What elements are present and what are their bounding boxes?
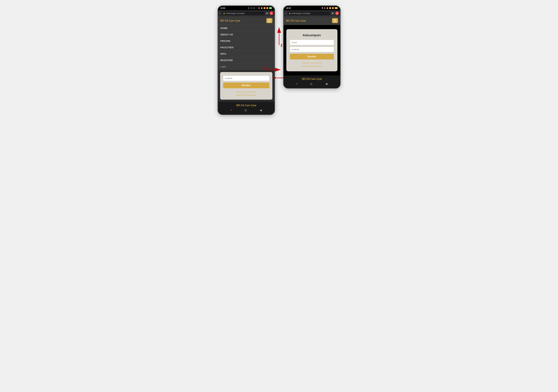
login-submit-btn-right[interactable]: Είσοδος xyxy=(290,54,334,60)
footer-logo-right: MS Fit Care Gym xyxy=(302,77,322,80)
status-icons-left: 🐦 🎮 ⊙ ··· 🔇 ⏰ 📶 📶 33 xyxy=(248,7,272,9)
black-bg-area: Καλωσόρισε Είσοδος Ξεχάσατε τον κωδικό σ… xyxy=(284,25,340,76)
status-icons-right: ✱ 🔕 ⏰ 📶 📶 70 xyxy=(322,7,338,9)
forgot-password-link-left[interactable]: Ξεχάσατε τον κωδικό σας; xyxy=(223,90,269,93)
login-links-right: Ξεχάσατε τον κωδικό σας; Δημιουργία Λογα… xyxy=(290,61,334,68)
new-tab-btn-right[interactable]: + xyxy=(335,11,339,15)
svg-text:3: 3 xyxy=(263,66,265,70)
app-logo-left: MS Fit Care Gym xyxy=(220,19,240,22)
square-btn-left[interactable]: ▪ xyxy=(231,109,232,112)
nav-home[interactable]: HOME xyxy=(218,25,275,32)
nav-buttons-right: ▪ ◎ ◀ xyxy=(286,82,338,85)
email-input-right[interactable] xyxy=(290,40,334,45)
time-left: 13:04 xyxy=(220,7,225,9)
time-right: 18:53 xyxy=(286,7,291,9)
browser-bar-right: ⌂ 🔒 msfitcaregym.com/login/ 4 + xyxy=(284,10,340,16)
app-logo-right: MS Fit Care Gym xyxy=(286,19,306,22)
back-btn-right[interactable]: ◀ xyxy=(325,82,327,85)
nav-pricing[interactable]: PRICING xyxy=(218,38,275,44)
phone-right: 18:53 ✱ 🔕 ⏰ 📶 📶 70 ⌂ 🔒 msfitcaregym.com/… xyxy=(283,6,340,89)
login-card-inner: Είσοδος Ξεχάσατε τον κωδικό σας; Δημιουρ… xyxy=(220,72,272,100)
new-tab-btn-left[interactable]: + xyxy=(270,11,273,15)
phone-screen-right: MS Fit Care Gym Καλωσόρισε xyxy=(284,16,340,76)
browser-bar-left: ⌂ 🔒 msfitcaregym.com/login/ 2 + xyxy=(218,10,275,16)
home-icon-left[interactable]: ⌂ xyxy=(219,12,221,15)
url-bar-right[interactable]: 🔒 msfitcaregym.com/login/ xyxy=(288,12,330,15)
nav-buttons-left: ▪ ◎ ◀ xyxy=(220,109,272,112)
footer-logo-left: MS Fit Care Gym xyxy=(236,104,256,107)
url-text-left: msfitcaregym.com/login/ xyxy=(226,12,245,14)
back-btn-left[interactable]: ◀ xyxy=(260,109,262,112)
password-input-right[interactable] xyxy=(290,47,334,52)
status-bar-left: 13:04 🐦 🎮 ⊙ ··· 🔇 ⏰ 📶 📶 33 xyxy=(218,6,275,10)
phone-left: 13:04 🐦 🎮 ⊙ ··· 🔇 ⏰ 📶 📶 33 ⌂ 🔒 msfitcare… xyxy=(218,6,275,115)
url-bar-left[interactable]: 🔒 msfitcaregym.com/login/ xyxy=(222,12,264,15)
square-btn-right[interactable]: ▪ xyxy=(296,82,297,85)
circle-btn-right[interactable]: ◎ xyxy=(310,82,313,85)
create-account-link-right[interactable]: Δημιουργία Λογαριασμού xyxy=(290,65,334,68)
nav-menu-left: HOME ABOUT US PRICING FACILITIES INFO RE… xyxy=(218,25,275,70)
arrow3-annotation: 3 xyxy=(262,64,284,75)
phone-footer-right: MS Fit Care Gym ▪ ◎ ◀ xyxy=(284,76,340,88)
circle-btn-left[interactable]: ◎ xyxy=(244,109,247,112)
welcome-title: Καλωσόρισε xyxy=(290,34,334,37)
status-bar-right: 18:53 ✱ 🔕 ⏰ 📶 📶 70 xyxy=(284,6,340,10)
phone-footer-left: MS Fit Care Gym ▪ ◎ ◀ xyxy=(218,102,275,115)
lock-icon-right: 🔒 xyxy=(289,12,291,14)
nav-info[interactable]: INFO xyxy=(218,51,275,57)
password-input-left[interactable] xyxy=(223,76,269,81)
svg-text:1: 1 xyxy=(280,43,283,47)
tab-count-right[interactable]: 4 xyxy=(331,12,334,15)
login-submit-btn-left[interactable]: Είσοδος xyxy=(223,83,269,88)
app-header-left: MS Fit Care Gym xyxy=(218,16,275,25)
login-card-full: Καλωσόρισε Είσοδος Ξεχάσατε τον κωδικό σ… xyxy=(286,29,338,71)
home-icon-right[interactable]: ⌂ xyxy=(285,12,287,15)
app-header-right: MS Fit Care Gym xyxy=(284,16,340,25)
url-text-right: msfitcaregym.com/login/ xyxy=(291,12,310,14)
nav-facilities[interactable]: FACILITIES xyxy=(218,44,275,51)
forgot-password-link-right[interactable]: Ξεχάσατε τον κωδικό σας; xyxy=(290,61,334,65)
phone-screen-left: MS Fit Care Gym HOME ABOUT US PRICING FA… xyxy=(218,16,275,102)
hamburger-btn-left[interactable] xyxy=(266,18,272,23)
hamburger-btn-right[interactable] xyxy=(332,18,338,23)
tab-count-left[interactable]: 2 xyxy=(266,12,268,15)
nav-register[interactable]: REGISTER xyxy=(218,57,275,64)
lock-icon-left: 🔒 xyxy=(223,12,225,14)
create-account-link-left[interactable]: Δημιουργία Λογαριασμού xyxy=(223,93,269,96)
nav-about-us[interactable]: ABOUT US xyxy=(218,32,275,38)
login-links-left: Ξεχάσατε τον κωδικό σας; Δημιουργία Λογα… xyxy=(223,90,269,97)
